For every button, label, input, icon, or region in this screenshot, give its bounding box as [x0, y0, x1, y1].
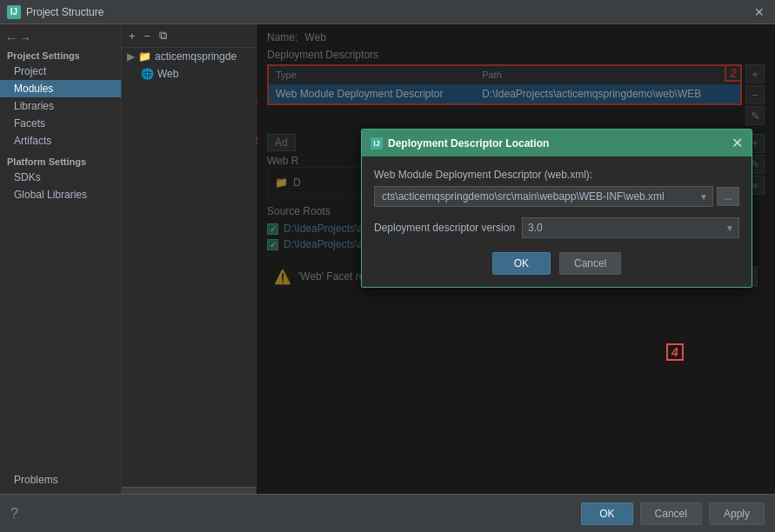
apply-button[interactable]: Apply: [709, 502, 765, 525]
dialog-input-row: ▼ ...: [374, 186, 739, 207]
sidebar-item-label-artifacts: Artifacts: [14, 135, 51, 147]
horizontal-scrollbar[interactable]: [122, 487, 256, 494]
tree-item-root[interactable]: ▶ 📁 acticemqspringde: [122, 48, 256, 65]
dialog-overlay: IJ Deployment Descriptor Location ✕ Web …: [257, 24, 775, 494]
dialog-title-left: IJ Deployment Descriptor Location: [371, 137, 549, 150]
sidebar-item-facets[interactable]: Facets: [0, 115, 121, 132]
dialog-app-icon: IJ: [371, 137, 383, 150]
project-settings-label: Project Settings: [0, 47, 121, 63]
ok-button[interactable]: OK: [581, 502, 632, 525]
sidebar-item-artifacts[interactable]: Artifacts: [0, 132, 121, 150]
dialog-close-button[interactable]: ✕: [732, 135, 743, 151]
version-select-wrapper: 2.5 3.0 3.1 4.0 ▼: [522, 217, 739, 238]
sidebar-item-modules[interactable]: Modules: [0, 80, 121, 97]
title-bar-left: IJ Project Structure: [7, 5, 104, 19]
sidebar-item-label-facets: Facets: [14, 117, 45, 130]
window-title: Project Structure: [26, 6, 104, 18]
tree-arrow-icon: ▶: [127, 50, 135, 63]
dialog-buttons: OK Cancel: [374, 245, 739, 278]
sidebar-item-label-sdks: SDKs: [14, 171, 41, 183]
copy-module-button[interactable]: ⧉: [156, 28, 170, 43]
dialog-title-bar: IJ Deployment Descriptor Location ✕: [362, 130, 752, 156]
cancel-button[interactable]: Cancel: [640, 502, 702, 525]
sidebar-item-label-libraries: Libraries: [14, 100, 54, 112]
module-tree-panel: + − ⧉ ▶ 📁 acticemqspringde 🌐 Web: [122, 24, 257, 494]
deployment-descriptor-dialog: IJ Deployment Descriptor Location ✕ Web …: [361, 129, 752, 288]
bottom-bar-right: OK Cancel Apply: [581, 502, 765, 525]
dialog-body: Web Module Deployment Descriptor (web.xm…: [362, 156, 752, 287]
dialog-input-wrapper: ▼: [374, 186, 713, 207]
version-row: Deployment descriptor version 4 2.5 3.0 …: [374, 217, 739, 238]
platform-settings-label: Platform Settings: [0, 150, 121, 169]
sidebar-item-global-libraries[interactable]: Global Libraries: [0, 186, 121, 203]
title-bar: IJ Project Structure ✕: [0, 0, 775, 24]
help-icon[interactable]: ?: [10, 506, 18, 522]
sidebar-item-label-modules: Modules: [14, 83, 53, 95]
dialog-field-label: Web Module Deployment Descriptor (web.xm…: [374, 169, 739, 181]
tree-item-web[interactable]: 🌐 Web: [122, 65, 256, 83]
title-bar-controls: ✕: [751, 6, 768, 18]
module-tree-toolbar: + − ⧉: [122, 24, 256, 48]
browse-button[interactable]: ...: [717, 187, 739, 206]
dialog-ok-button[interactable]: OK: [492, 252, 551, 275]
descriptor-path-input[interactable]: [374, 186, 713, 207]
web-module-icon: 🌐: [141, 68, 154, 80]
sidebar-item-label-problems: Problems: [14, 474, 58, 486]
folder-icon: 📁: [138, 50, 151, 63]
sidebar-item-label-project: Project: [14, 65, 46, 77]
dialog-cancel-button[interactable]: Cancel: [559, 252, 621, 275]
back-button[interactable]: ←: [5, 31, 17, 45]
sidebar: ← → Project Settings Project Modules Lib…: [0, 24, 122, 494]
sidebar-item-project[interactable]: Project: [0, 63, 121, 80]
sidebar-item-libraries[interactable]: Libraries: [0, 97, 121, 115]
sidebar-item-sdks[interactable]: SDKs: [0, 169, 121, 186]
right-content: Name: Web Deployment Descriptors Type Pa…: [257, 24, 775, 494]
version-label: Deployment descriptor version: [374, 222, 515, 234]
bottom-bar: ? OK Cancel Apply: [0, 494, 775, 532]
remove-module-button[interactable]: −: [141, 29, 155, 43]
app-icon: IJ: [7, 5, 21, 19]
dialog-title: Deployment Descriptor Location: [388, 137, 549, 150]
web-module-label: Web: [157, 68, 178, 80]
sidebar-item-problems[interactable]: Problems: [0, 471, 121, 489]
add-module-button[interactable]: +: [125, 29, 139, 43]
nav-arrows: ← →: [0, 30, 121, 47]
bottom-bar-left: ?: [10, 506, 18, 522]
version-select[interactable]: 2.5 3.0 3.1 4.0: [522, 217, 739, 238]
forward-button[interactable]: →: [19, 31, 31, 45]
close-button[interactable]: ✕: [751, 6, 768, 18]
main-layout: ← → Project Settings Project Modules Lib…: [0, 24, 775, 494]
sidebar-item-label-global-libraries: Global Libraries: [14, 189, 87, 201]
annotation-4: 4: [666, 343, 684, 361]
root-module-label: acticemqspringde: [155, 50, 237, 63]
